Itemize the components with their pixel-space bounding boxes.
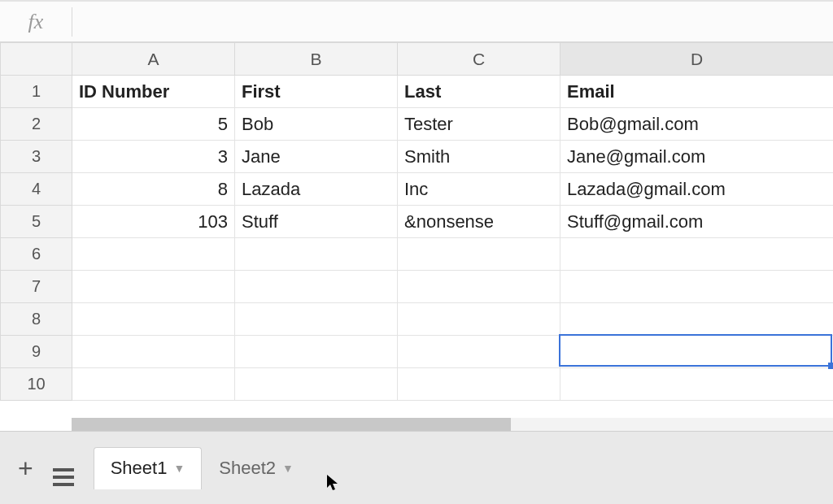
cell-A4[interactable]: 8 xyxy=(72,173,235,206)
all-sheets-button[interactable] xyxy=(53,450,74,486)
cell-C5[interactable]: &nonsense xyxy=(398,206,560,238)
cell-B5[interactable]: Stuff xyxy=(235,206,398,238)
cell-D6[interactable] xyxy=(560,238,834,271)
row-header-2[interactable]: 2 xyxy=(1,108,72,141)
cell-D1[interactable]: Email xyxy=(560,76,834,108)
cell-C4[interactable]: Inc xyxy=(398,173,560,206)
cell-B7[interactable] xyxy=(235,271,398,303)
cell-A8[interactable] xyxy=(72,303,235,336)
cell-D9[interactable] xyxy=(560,336,834,368)
formula-input[interactable] xyxy=(72,7,833,37)
cell-B10[interactable] xyxy=(235,368,398,401)
cell-A9[interactable] xyxy=(72,336,235,368)
cell-C2[interactable]: Tester xyxy=(398,108,560,141)
sheet-tab-sheet2[interactable]: Sheet2▼ xyxy=(202,447,311,489)
row-header-3[interactable]: 3 xyxy=(1,141,72,173)
row-header-5[interactable]: 5 xyxy=(1,206,72,238)
cell-D3[interactable]: Jane@gmail.com xyxy=(560,141,834,173)
cell-B1[interactable]: First xyxy=(235,76,398,108)
cell-B8[interactable] xyxy=(235,303,398,336)
cell-A5[interactable]: 103 xyxy=(72,206,235,238)
cell-C3[interactable]: Smith xyxy=(398,141,560,173)
sheet-tab-label: Sheet1 xyxy=(111,458,168,479)
cell-D10[interactable] xyxy=(560,368,834,401)
column-header-D[interactable]: D xyxy=(560,43,834,76)
row-header-9[interactable]: 9 xyxy=(1,336,72,368)
cell-A1[interactable]: ID Number xyxy=(72,76,235,108)
cell-A7[interactable] xyxy=(72,271,235,303)
add-sheet-button[interactable]: + xyxy=(18,455,33,481)
sheet-tab-strip: + Sheet1▼Sheet2▼ xyxy=(0,431,833,504)
menu-icon xyxy=(53,468,74,486)
cell-A3[interactable]: 3 xyxy=(72,141,235,173)
cell-A10[interactable] xyxy=(72,368,235,401)
fx-icon: fx xyxy=(0,10,72,34)
cell-D7[interactable] xyxy=(560,271,834,303)
cell-C7[interactable] xyxy=(398,271,560,303)
cell-A6[interactable] xyxy=(72,238,235,271)
cell-B4[interactable]: Lazada xyxy=(235,173,398,206)
horizontal-scrollbar-thumb[interactable] xyxy=(72,418,511,431)
row-header-10[interactable]: 10 xyxy=(1,368,72,401)
cell-A2[interactable]: 5 xyxy=(72,108,235,141)
row-header-1[interactable]: 1 xyxy=(1,76,72,108)
cell-D4[interactable]: Lazada@gmail.com xyxy=(560,173,834,206)
chevron-down-icon[interactable]: ▼ xyxy=(173,462,185,475)
formula-bar: fx xyxy=(0,0,833,42)
row-header-8[interactable]: 8 xyxy=(1,303,72,336)
cell-B3[interactable]: Jane xyxy=(235,141,398,173)
spreadsheet-grid[interactable]: ABCD1ID NumberFirstLastEmail25BobTesterB… xyxy=(0,42,833,431)
cell-D8[interactable] xyxy=(560,303,834,336)
sheet-tab-label: Sheet2 xyxy=(219,458,276,479)
cell-C9[interactable] xyxy=(398,336,560,368)
horizontal-scrollbar-track[interactable] xyxy=(72,418,833,431)
cell-C1[interactable]: Last xyxy=(398,76,560,108)
cell-C6[interactable] xyxy=(398,238,560,271)
cell-C8[interactable] xyxy=(398,303,560,336)
cell-D2[interactable]: Bob@gmail.com xyxy=(560,108,834,141)
cell-B6[interactable] xyxy=(235,238,398,271)
sheet-tab-sheet1[interactable]: Sheet1▼ xyxy=(94,447,203,489)
row-header-4[interactable]: 4 xyxy=(1,173,72,206)
cell-B9[interactable] xyxy=(235,336,398,368)
column-header-C[interactable]: C xyxy=(398,43,560,76)
row-header-6[interactable]: 6 xyxy=(1,238,72,271)
column-header-A[interactable]: A xyxy=(72,43,235,76)
cell-C10[interactable] xyxy=(398,368,560,401)
chevron-down-icon[interactable]: ▼ xyxy=(282,462,294,475)
row-header-7[interactable]: 7 xyxy=(1,271,72,303)
cell-B2[interactable]: Bob xyxy=(235,108,398,141)
column-header-B[interactable]: B xyxy=(235,43,398,76)
cell-D5[interactable]: Stuff@gmail.com xyxy=(560,206,834,238)
select-all-corner[interactable] xyxy=(1,43,72,76)
